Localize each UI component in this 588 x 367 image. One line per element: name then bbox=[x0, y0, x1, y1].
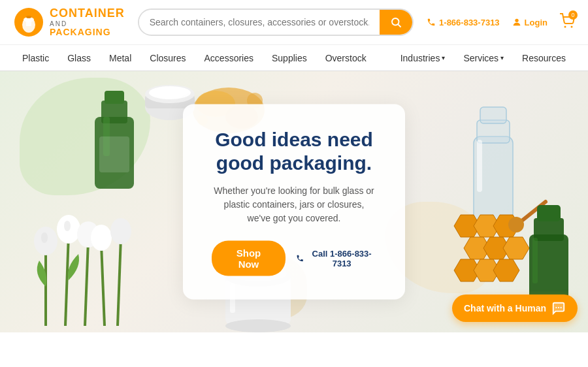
logo[interactable]: CONTAINER AND PACKAGING bbox=[13, 7, 125, 38]
nav-supplies[interactable]: Supplies bbox=[263, 45, 316, 71]
phone-number: 1-866-833-7313 bbox=[439, 18, 500, 27]
nav-services[interactable]: Services ▾ bbox=[454, 45, 513, 71]
svg-point-8 bbox=[564, 26, 566, 28]
svg-point-67 bbox=[558, 307, 559, 308]
site-header: CONTAINER AND PACKAGING 1-866-833-7313 L bbox=[0, 0, 588, 45]
logo-text: CONTAINER AND PACKAGING bbox=[50, 7, 125, 37]
svg-point-35 bbox=[149, 86, 191, 99]
svg-rect-59 bbox=[532, 238, 538, 283]
svg-marker-48 bbox=[493, 259, 519, 281]
cart-button[interactable]: 0 bbox=[559, 13, 575, 31]
hero-actions: Shop Now Call 1-866-833-7313 bbox=[212, 241, 376, 276]
nav-glass[interactable]: Glass bbox=[58, 45, 100, 71]
svg-rect-58 bbox=[537, 205, 561, 221]
hero-card: Good ideas need good packaging. Whether … bbox=[183, 104, 405, 300]
call-button[interactable]: Call 1-866-833-7313 bbox=[296, 249, 376, 268]
svg-point-7 bbox=[515, 19, 518, 22]
nav-plastic[interactable]: Plastic bbox=[13, 45, 58, 71]
chat-label: Chat with a Human bbox=[464, 303, 546, 313]
svg-rect-38 bbox=[480, 107, 506, 123]
nav-closures[interactable]: Closures bbox=[140, 45, 195, 71]
svg-rect-31 bbox=[99, 136, 129, 172]
svg-point-24 bbox=[110, 218, 131, 244]
svg-point-23 bbox=[91, 225, 112, 251]
nav-left: Plastic Glass Metal Closures Accessories… bbox=[13, 45, 376, 71]
svg-rect-57 bbox=[534, 218, 564, 241]
phone-link[interactable]: 1-866-833-7313 bbox=[427, 18, 500, 27]
svg-line-17 bbox=[85, 241, 88, 326]
nav-industries[interactable]: Industries ▾ bbox=[391, 45, 455, 71]
chat-icon bbox=[551, 301, 566, 315]
search-icon bbox=[390, 16, 402, 28]
hero-subtitle: Whether you're looking for bulk glass or… bbox=[212, 184, 376, 225]
svg-rect-29 bbox=[105, 91, 124, 104]
svg-point-68 bbox=[561, 307, 562, 308]
svg-point-25 bbox=[41, 232, 48, 243]
svg-line-16 bbox=[65, 234, 69, 326]
industries-arrow: ▾ bbox=[442, 54, 445, 61]
cart-badge: 0 bbox=[568, 10, 578, 20]
svg-rect-3 bbox=[26, 17, 31, 26]
main-nav: Plastic Glass Metal Closures Accessories… bbox=[0, 45, 588, 71]
hero-section: Good ideas need good packaging. Whether … bbox=[0, 71, 588, 332]
svg-rect-39 bbox=[477, 140, 482, 192]
search-input[interactable] bbox=[139, 10, 380, 34]
nav-metal[interactable]: Metal bbox=[100, 45, 140, 71]
svg-point-9 bbox=[571, 26, 573, 28]
nav-overstock[interactable]: Overstock bbox=[316, 45, 376, 71]
svg-point-66 bbox=[555, 307, 557, 308]
shop-now-button[interactable]: Shop Now bbox=[212, 241, 286, 276]
nav-accessories[interactable]: Accessories bbox=[195, 45, 263, 71]
call-icon bbox=[296, 254, 304, 263]
services-arrow: ▾ bbox=[500, 54, 504, 61]
phone-icon bbox=[427, 18, 436, 27]
svg-line-19 bbox=[118, 238, 121, 326]
svg-point-26 bbox=[64, 221, 71, 231]
svg-point-4 bbox=[26, 16, 31, 18]
svg-line-6 bbox=[398, 24, 400, 27]
search-button[interactable] bbox=[380, 10, 412, 35]
nav-right: Industries ▾ Services ▾ Resources bbox=[391, 45, 575, 71]
svg-line-18 bbox=[101, 244, 105, 326]
nav-resources[interactable]: Resources bbox=[513, 45, 575, 71]
login-label: Login bbox=[525, 18, 547, 27]
logo-line3: PACKAGING bbox=[50, 27, 125, 37]
svg-point-5 bbox=[392, 18, 399, 25]
logo-icon bbox=[13, 7, 44, 38]
user-icon bbox=[512, 17, 522, 27]
hero-title: Good ideas need good packaging. bbox=[212, 128, 376, 175]
search-bar bbox=[138, 8, 414, 36]
chat-widget[interactable]: Chat with a Human bbox=[452, 295, 578, 322]
login-button[interactable]: Login bbox=[512, 17, 547, 27]
svg-point-62 bbox=[225, 319, 291, 332]
header-right: 1-866-833-7313 Login 0 bbox=[427, 13, 575, 31]
logo-line1: CONTAINER bbox=[50, 7, 125, 20]
